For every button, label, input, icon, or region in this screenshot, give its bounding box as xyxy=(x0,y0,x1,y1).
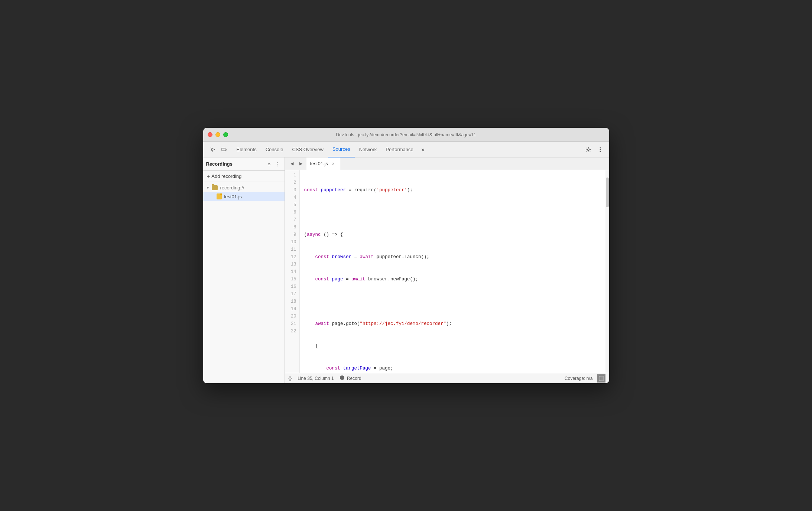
tab-performance[interactable]: Performance xyxy=(381,142,418,157)
svg-point-5 xyxy=(600,151,601,152)
svg-rect-0 xyxy=(222,148,225,151)
svg-point-2 xyxy=(587,149,589,150)
code-line-8: { xyxy=(304,342,609,350)
svg-rect-1 xyxy=(225,149,226,150)
coverage-label: Coverage: n/a xyxy=(565,376,592,381)
code-tab-nav: ◀ ▶ xyxy=(286,160,306,168)
maximize-button[interactable] xyxy=(223,132,228,137)
devtools-window: DevTools - jec.fyi/demo/recorder?email=t… xyxy=(203,128,609,383)
window-title: DevTools - jec.fyi/demo/recorder?email=t… xyxy=(336,132,476,137)
code-editor[interactable]: 1 2 3 4 5 6 7 8 9 10 11 12 13 14 15 16 1 xyxy=(285,170,609,373)
close-button[interactable] xyxy=(208,132,212,137)
svg-rect-7 xyxy=(601,376,604,381)
status-right: Coverage: n/a xyxy=(565,374,605,383)
titlebar: DevTools - jec.fyi/demo/recorder?email=t… xyxy=(203,128,609,142)
tab-network[interactable]: Network xyxy=(355,142,381,157)
code-line-2 xyxy=(304,209,609,216)
device-icon[interactable] xyxy=(219,144,229,155)
devtools-tabbar: Elements Console CSS Overview Sources Ne… xyxy=(203,142,609,157)
status-bar: {} Line 35, Column 1 Record Coverage: n/… xyxy=(285,373,609,383)
code-line-9: const targetPage = page; xyxy=(304,365,609,372)
format-button[interactable]: {} xyxy=(289,375,292,381)
code-line-7: await page.goto("https://jec.fyi/demo/re… xyxy=(304,320,609,328)
sidebar-title: Recordings xyxy=(206,161,265,167)
code-file-tab[interactable]: test01.js × xyxy=(306,157,340,170)
file-icon xyxy=(217,193,222,199)
add-recording-button[interactable]: + Add recording xyxy=(203,171,285,182)
cursor-position: Line 35, Column 1 xyxy=(298,376,334,381)
code-tabs: ◀ ▶ test01.js × xyxy=(285,157,609,170)
settings-icon[interactable] xyxy=(583,144,594,155)
minimize-button[interactable] xyxy=(215,132,220,137)
scrollbar-track[interactable] xyxy=(605,170,609,373)
nav-forward-button[interactable]: ▶ xyxy=(297,160,305,168)
sidebar-header: Recordings » ⋮ xyxy=(203,157,285,171)
plus-icon: + xyxy=(207,173,210,179)
file-name: test01.js xyxy=(224,194,242,199)
nav-back-button[interactable]: ◀ xyxy=(288,160,296,168)
file-tree: ▼ recording:// test01.js xyxy=(203,182,285,383)
code-line-6 xyxy=(304,298,609,305)
sidebar: Recordings » ⋮ + Add recording ▼ recordi… xyxy=(203,157,285,383)
traffic-lights xyxy=(208,132,228,137)
sidebar-more-button[interactable]: » xyxy=(265,160,273,168)
folder-icon xyxy=(212,185,218,190)
svg-point-3 xyxy=(600,147,601,148)
close-tab-button[interactable]: × xyxy=(330,161,336,167)
folder-item[interactable]: ▼ recording:// xyxy=(203,183,285,192)
folder-name: recording:// xyxy=(220,185,244,191)
tab-elements[interactable]: Elements xyxy=(232,142,261,157)
code-line-4: const browser = await puppeteer.launch()… xyxy=(304,253,609,261)
code-line-3: (async () => { xyxy=(304,231,609,238)
tab-css-overview[interactable]: CSS Overview xyxy=(288,142,328,157)
code-line-5: const page = await browser.newPage(); xyxy=(304,276,609,283)
add-recording-label: Add recording xyxy=(211,173,241,179)
code-line-1: const puppeteer = require('puppeteer'); xyxy=(304,186,609,194)
record-dot-icon xyxy=(340,375,344,380)
file-item[interactable]: test01.js xyxy=(203,192,285,201)
record-button[interactable]: Record xyxy=(340,375,361,381)
cursor-icon[interactable] xyxy=(208,144,218,155)
svg-point-4 xyxy=(600,149,601,150)
nav-icons xyxy=(205,144,232,155)
code-file-tab-label: test01.js xyxy=(310,161,328,166)
code-content: const puppeteer = require('puppeteer'); … xyxy=(300,170,609,373)
right-icons xyxy=(581,144,608,155)
sidebar-menu-button[interactable]: ⋮ xyxy=(273,160,282,168)
devtools-body: Recordings » ⋮ + Add recording ▼ recordi… xyxy=(203,157,609,383)
dots-menu-icon[interactable] xyxy=(595,144,605,155)
folder-arrow-icon: ▼ xyxy=(206,186,210,190)
line-numbers: 1 2 3 4 5 6 7 8 9 10 11 12 13 14 15 16 1 xyxy=(285,170,300,373)
minimap-button[interactable] xyxy=(597,374,605,383)
more-tabs-button[interactable]: » xyxy=(418,144,428,155)
tab-sources[interactable]: Sources xyxy=(328,142,355,157)
code-panel: ◀ ▶ test01.js × 1 2 3 4 5 6 7 8 xyxy=(285,157,609,383)
scrollbar-thumb[interactable] xyxy=(606,178,609,207)
tab-console[interactable]: Console xyxy=(261,142,288,157)
